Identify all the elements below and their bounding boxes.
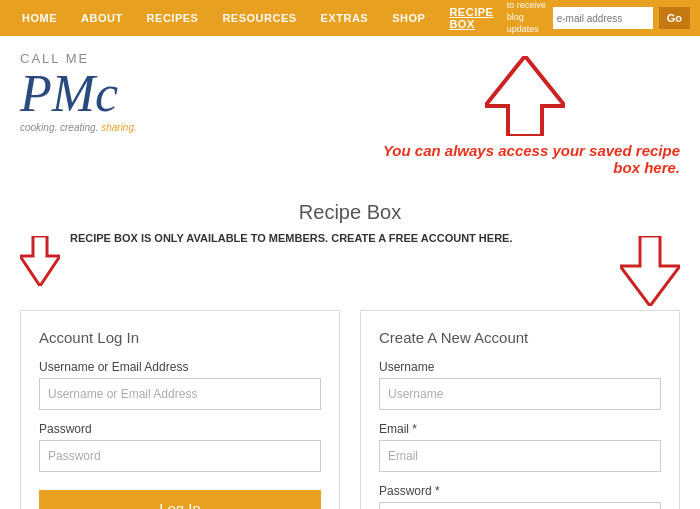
- login-button[interactable]: Log In: [39, 490, 321, 509]
- create-account-section: Create A New Account Username Email * Pa…: [360, 310, 680, 509]
- nav-about[interactable]: ABOUT: [69, 12, 135, 24]
- down-right-arrow-icon: [620, 236, 680, 306]
- arrow-text: You can always access your saved recipe …: [370, 142, 680, 176]
- new-username-input[interactable]: [379, 378, 661, 410]
- logo-tagline: cooking. creating. sharing.: [20, 122, 220, 133]
- right-annotation: [620, 232, 680, 310]
- subscribe-go-button[interactable]: Go: [659, 7, 690, 29]
- nav-home[interactable]: HOME: [10, 12, 69, 24]
- username-group: Username or Email Address: [39, 360, 321, 410]
- arrow-top-right-area: You can always access your saved recipe …: [370, 51, 680, 176]
- page-wrapper: HOME ABOUT RECIPES RESOURCES EXTRAS SHOP…: [0, 0, 700, 509]
- page-title: Recipe Box: [20, 186, 680, 232]
- email-input[interactable]: [379, 440, 661, 472]
- main-content: Recipe Box RECIPE BOX IS ONLY AVAILABLE …: [0, 186, 700, 509]
- password-input[interactable]: [39, 440, 321, 472]
- new-username-group: Username: [379, 360, 661, 410]
- email-subscribe-input[interactable]: [553, 7, 653, 29]
- email-label: Email *: [379, 422, 661, 436]
- username-label: Username or Email Address: [39, 360, 321, 374]
- nav-extras[interactable]: EXTRAS: [309, 12, 381, 24]
- new-password-label: Password *: [379, 484, 661, 498]
- two-column-layout: Account Log In Username or Email Address…: [20, 310, 680, 509]
- login-section: Account Log In Username or Email Address…: [20, 310, 340, 509]
- down-left-arrow-icon: [20, 236, 60, 286]
- logo-area: CALL ME PMc cooking. creating. sharing.: [20, 51, 220, 133]
- password-group: Password: [39, 422, 321, 472]
- left-annotation: [20, 232, 60, 290]
- create-heading: Create A New Account: [379, 329, 661, 346]
- svg-marker-1: [20, 236, 60, 286]
- new-username-label: Username: [379, 360, 661, 374]
- nav-recipes[interactable]: RECIPES: [135, 12, 211, 24]
- svg-marker-0: [485, 56, 565, 136]
- username-input[interactable]: [39, 378, 321, 410]
- email-group: Email *: [379, 422, 661, 472]
- nav-bar: HOME ABOUT RECIPES RESOURCES EXTRAS SHOP…: [0, 0, 700, 36]
- logo-pmc: PMc: [20, 68, 220, 120]
- new-password-group: Password *: [379, 484, 661, 509]
- password-label: Password: [39, 422, 321, 436]
- svg-marker-2: [620, 236, 680, 306]
- nav-shop[interactable]: SHOP: [380, 12, 437, 24]
- header-area: CALL ME PMc cooking. creating. sharing. …: [0, 36, 700, 186]
- logo-call-me: CALL ME: [20, 51, 220, 66]
- new-password-input[interactable]: [379, 502, 661, 509]
- up-arrow-icon: [485, 56, 565, 136]
- login-heading: Account Log In: [39, 329, 321, 346]
- members-notice: RECIPE BOX IS ONLY AVAILABLE TO MEMBERS.…: [70, 232, 513, 244]
- nav-recipe-box[interactable]: RECIPE BOX: [437, 6, 506, 30]
- nav-resources[interactable]: RESOURCES: [210, 12, 308, 24]
